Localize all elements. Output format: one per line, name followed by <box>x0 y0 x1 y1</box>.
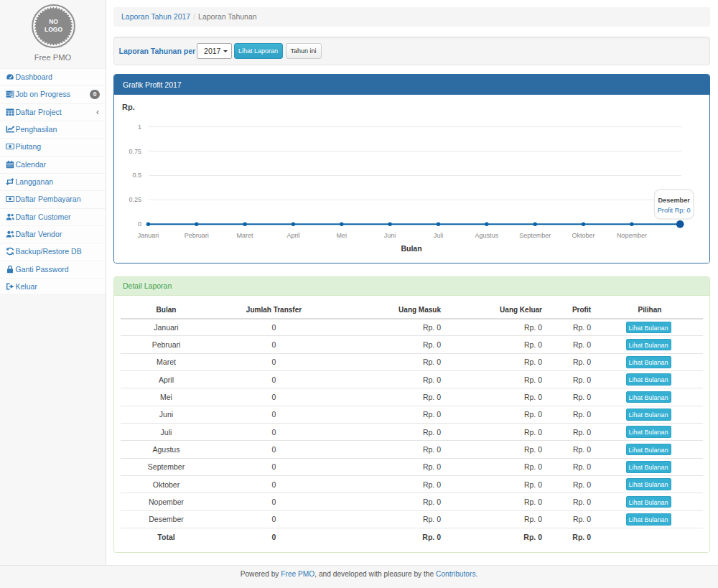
svg-text:LOGO: LOGO <box>45 26 62 33</box>
svg-text:Maret: Maret <box>237 232 254 239</box>
svg-text:Agustus: Agustus <box>475 232 499 239</box>
svg-text:0.5: 0.5 <box>132 172 141 179</box>
svg-text:Rp.: Rp. <box>122 103 135 111</box>
svg-text:September: September <box>519 232 551 239</box>
svg-text:0: 0 <box>138 220 141 228</box>
svg-text:Juni: Juni <box>384 232 396 239</box>
svg-text:NO: NO <box>49 18 58 25</box>
svg-text:Bulan: Bulan <box>401 244 421 253</box>
svg-text:Pebruari: Pebruari <box>185 232 209 239</box>
svg-text:Januari: Januari <box>138 232 159 239</box>
svg-text:Mei: Mei <box>337 232 348 239</box>
svg-text:Nopember: Nopember <box>617 232 647 239</box>
svg-text:0.25: 0.25 <box>129 196 141 203</box>
svg-text:April: April <box>286 232 299 239</box>
svg-text:1: 1 <box>138 123 141 131</box>
svg-text:Juli: Juli <box>434 232 444 239</box>
svg-text:Oktober: Oktober <box>572 232 595 239</box>
svg-text:0.75: 0.75 <box>129 148 141 155</box>
svg-text:Desember: Desember <box>658 197 690 204</box>
svg-text:Profit Rp: 0: Profit Rp: 0 <box>658 207 691 214</box>
